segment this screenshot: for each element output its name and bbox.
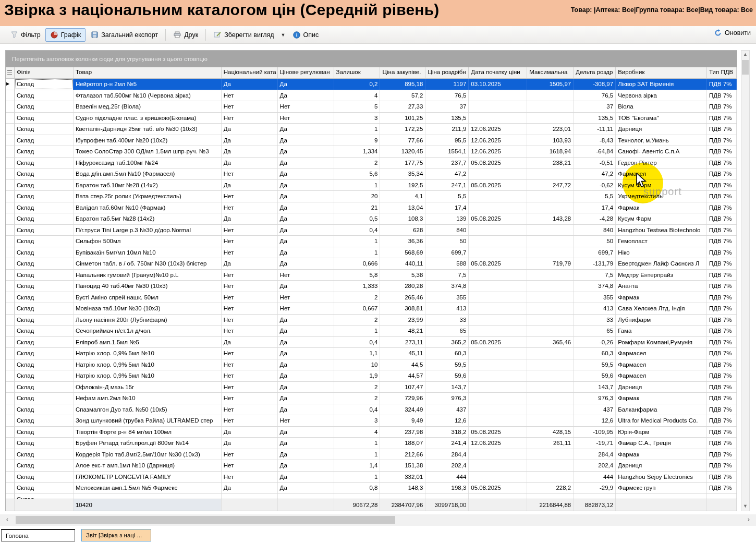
- cell[interactable]: Фармак: [616, 449, 707, 460]
- cell[interactable]: 202,4: [425, 460, 469, 471]
- cell[interactable]: 374,8: [574, 281, 616, 292]
- cell[interactable]: [469, 270, 527, 281]
- cell[interactable]: Баратон таб.5мг №28 (14x2): [74, 213, 222, 224]
- cell[interactable]: Да: [278, 438, 334, 449]
- table-row[interactable]: СкладАлое екс-т амп.1мл №10 (Дарниця)Нет…: [6, 460, 737, 472]
- column-header[interactable]: Дельта роздр: [574, 67, 616, 78]
- cell[interactable]: Нет: [222, 315, 278, 326]
- cell[interactable]: Да: [278, 191, 334, 202]
- cell[interactable]: Склад: [15, 427, 74, 438]
- cell[interactable]: -11,11: [574, 124, 616, 135]
- cell[interactable]: -8,43: [574, 135, 616, 146]
- cell[interactable]: [527, 270, 574, 281]
- cell[interactable]: 413: [574, 303, 616, 314]
- cell[interactable]: 05.08.2025: [469, 427, 527, 438]
- cell[interactable]: ПДВ 7%: [707, 168, 737, 179]
- cell[interactable]: 27,33: [380, 101, 425, 112]
- table-row[interactable]: СкладБусті Аміно спрей нашк. 50млНетНет2…: [6, 292, 737, 304]
- cell[interactable]: Склад: [15, 270, 74, 281]
- cell[interactable]: [469, 191, 527, 202]
- table-row[interactable]: СкладТожео СолоСтар 300 ОД/мл 1.5мл шпр-…: [6, 146, 737, 158]
- column-header[interactable]: Цінове регулюван: [278, 67, 334, 78]
- cell[interactable]: 1: [334, 236, 381, 247]
- cell[interactable]: Склад: [15, 281, 74, 292]
- cell[interactable]: [469, 460, 527, 471]
- cell[interactable]: 976,3: [425, 393, 469, 404]
- cell[interactable]: Кордерія Тріо таб.8мг/2.5мг/10мг №30 (10…: [74, 449, 222, 460]
- row-indicator[interactable]: [6, 337, 15, 348]
- row-indicator[interactable]: [6, 124, 15, 135]
- table-row[interactable]: СкладНатрію хлор. 0,9% 5мл №10НетДа1044,…: [6, 359, 737, 371]
- cell[interactable]: Лубнифарм: [616, 315, 707, 326]
- cell[interactable]: Да: [278, 315, 334, 326]
- cell[interactable]: Вата стер.25г ролик (Укрмедтекстиль): [74, 191, 222, 202]
- cell[interactable]: 1,334: [334, 146, 381, 157]
- cell[interactable]: [469, 247, 527, 258]
- cell[interactable]: Склад: [15, 404, 74, 415]
- cell[interactable]: 444: [574, 472, 616, 483]
- cell[interactable]: [527, 404, 574, 415]
- cell[interactable]: Склад: [15, 146, 74, 157]
- cell[interactable]: Натрію хлор. 0,9% 5мл №10: [74, 370, 222, 381]
- cell[interactable]: 4: [334, 90, 381, 101]
- cell[interactable]: Склад: [15, 135, 74, 146]
- cell[interactable]: Нет: [222, 101, 278, 112]
- cell[interactable]: 318,2: [425, 427, 469, 438]
- cell[interactable]: 12.06.2025: [469, 146, 527, 157]
- cell[interactable]: 0,8: [334, 483, 381, 493]
- cell[interactable]: ПДВ 7%: [707, 337, 737, 348]
- table-row[interactable]: СкладБупівакаїн 5мг/мл 10мл №10НетДа1568…: [6, 247, 737, 259]
- row-indicator[interactable]: [6, 180, 15, 191]
- cell[interactable]: 5,5: [425, 191, 469, 202]
- table-row[interactable]: СкладНатрію хлор. 0,9% 5мл №10НетДа1,145…: [6, 348, 737, 359]
- cell[interactable]: ПДВ 7%: [707, 370, 737, 381]
- table-row[interactable]: СкладІбупрофен таб.400мг №20 (10x2)ДаДа9…: [6, 135, 737, 147]
- table-row[interactable]: СкладБруфен Ретард табл.прол.дії 800мг №…: [6, 438, 737, 449]
- cell[interactable]: [469, 382, 527, 393]
- table-row[interactable]: СкладКветіапін-Дарниця 25мг таб. в/о №30…: [6, 124, 737, 135]
- cell[interactable]: Да: [278, 359, 334, 370]
- cell[interactable]: 44,57: [380, 370, 425, 381]
- cell[interactable]: ПДВ 7%: [707, 460, 737, 471]
- cell[interactable]: 428,15: [527, 427, 574, 438]
- cell[interactable]: Сава Хелскеа Лтд, Індія: [616, 303, 707, 314]
- cell[interactable]: ТОВ "Екогама": [616, 113, 707, 124]
- cell[interactable]: 50: [425, 236, 469, 247]
- column-header[interactable]: Національний ката: [222, 67, 278, 78]
- vertical-scrollbar[interactable]: ▲ ▼: [741, 50, 750, 511]
- cell[interactable]: Евертоджен Лайф Саєнсиз Л: [616, 258, 707, 269]
- cell[interactable]: 107,47: [380, 382, 425, 393]
- chart-button[interactable]: Графік: [45, 28, 86, 42]
- cell[interactable]: ПДВ 7%: [707, 225, 737, 236]
- cell[interactable]: [527, 292, 574, 303]
- table-row[interactable]: СкладЕліпроб амп.1.5мл №5ДаДа0,4273,1136…: [6, 337, 737, 348]
- cell[interactable]: -29,9: [574, 483, 616, 493]
- cell[interactable]: ПДВ 7%: [707, 258, 737, 269]
- export-button[interactable]: Загальний експорт: [86, 28, 163, 42]
- cell[interactable]: 9,49: [380, 415, 425, 426]
- cell[interactable]: Да: [278, 79, 334, 90]
- table-row[interactable]: СкладСудно підкладне плас. з кришкою(Еко…: [6, 113, 737, 124]
- cell[interactable]: 1: [334, 326, 381, 336]
- cell[interactable]: 1: [334, 247, 381, 258]
- cell[interactable]: 95,5: [425, 135, 469, 146]
- cell[interactable]: Нет: [278, 270, 334, 281]
- row-indicator[interactable]: [6, 404, 15, 415]
- cell[interactable]: [469, 90, 527, 101]
- row-indicator[interactable]: [6, 303, 15, 314]
- cell[interactable]: Склад: [15, 113, 74, 124]
- cell[interactable]: 223,01: [527, 124, 574, 135]
- row-indicator[interactable]: [6, 472, 15, 483]
- cell[interactable]: -19,71: [574, 438, 616, 449]
- cell[interactable]: 261,11: [527, 438, 574, 449]
- column-header[interactable]: Тип ПДВ: [707, 67, 737, 78]
- cell[interactable]: Склад: [15, 460, 74, 471]
- row-indicator[interactable]: [6, 168, 15, 179]
- cell[interactable]: 12.06.2025: [469, 124, 527, 135]
- scroll-up-icon[interactable]: ▲: [741, 51, 749, 59]
- cell[interactable]: [469, 101, 527, 112]
- cell[interactable]: 60,3: [425, 348, 469, 359]
- cell[interactable]: 76,5: [425, 90, 469, 101]
- cell[interactable]: Да: [222, 213, 278, 224]
- cell[interactable]: Склад: [15, 326, 74, 336]
